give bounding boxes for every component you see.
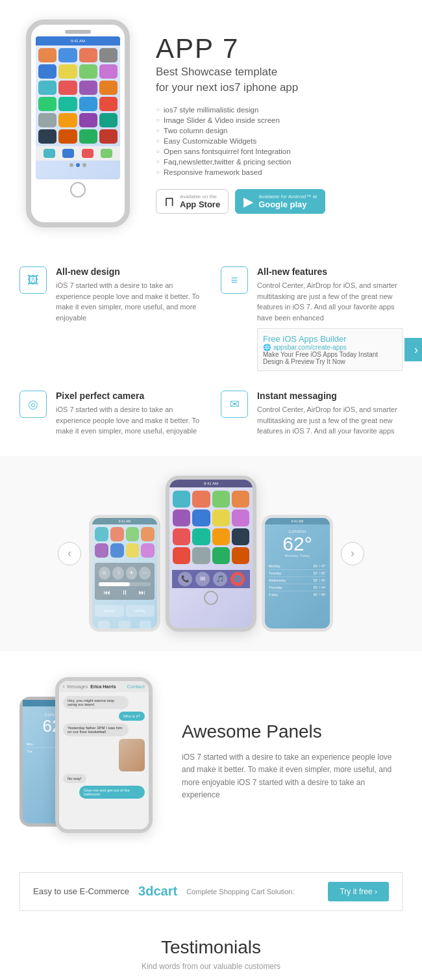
design-description: iOS 7 started with a desire to take an e…: [56, 280, 201, 323]
features-title: All-new features: [257, 266, 403, 277]
testimonials-subtitle: Kind words from our valuable customers: [19, 962, 403, 971]
design-text: All-new design iOS 7 started with a desi…: [56, 266, 201, 323]
feature-list: ios7 style millimalistic design Image Sl…: [156, 105, 409, 177]
googleplay-badge[interactable]: ▶ Available for Android™ at Google play: [235, 189, 325, 214]
messaging-text: Instant messaging Control Center, AirDro…: [257, 391, 403, 437]
phone-home-button: [70, 182, 86, 198]
messaging-description: Control Center, AirDrop for iOS, and sma…: [257, 404, 403, 437]
design-title: All-new design: [56, 266, 201, 277]
appstore-text: Available on the App Store: [180, 194, 220, 209]
ad-banner-logo: 3dcart: [138, 884, 177, 899]
carousel-phones: 9:41 AM ⊙ ☽ ✈ ⋯: [89, 476, 333, 632]
image-icon: 🖼: [27, 274, 39, 287]
store-badges: ⊓ Available on the App Store ▶ Available…: [156, 189, 409, 214]
ad-description: Make Your Free iOS Apps Today Instant De…: [263, 351, 397, 365]
design-icon-box: 🖼: [19, 266, 47, 294]
ad-banner-left: Easy to use E-Commerce 3dcart Complete S…: [33, 884, 294, 899]
camera-title: Pixel perfect camera: [56, 391, 201, 401]
feature-item-6: Faq,newsletter,twitter & pricing section: [156, 157, 409, 167]
feature-design: 🖼 All-new design iOS 7 started with a de…: [19, 266, 201, 371]
ad-banner: Easy to use E-Commerce 3dcart Complete S…: [19, 872, 403, 911]
carousel-phone-main: 9:41 AM: [166, 476, 256, 632]
messaging-title: Instant messaging: [257, 391, 403, 401]
carousel-wrapper: ‹ 9:41 AM ⊙ ☽: [6, 476, 416, 632]
messaging-icon-box: ✉: [221, 391, 248, 418]
message-header: ‹ Messages Erica Harris Contact: [59, 681, 149, 692]
message-photo: [119, 739, 145, 771]
logo-accent: cart: [153, 884, 177, 898]
contact-icon: Contact: [127, 684, 145, 690]
ad-banner-tagline: Easy to use E-Commerce: [33, 886, 129, 896]
logo-prefix: 3d: [138, 884, 153, 898]
awesome-phone-front: ‹ Messages Erica Harris Contact Hey, you…: [55, 677, 153, 833]
phone-speaker: [65, 30, 91, 34]
google-icon: ▶: [243, 194, 253, 209]
features-grid: 🖼 All-new design iOS 7 started with a de…: [19, 266, 403, 437]
camera-icon-box: ◎: [19, 391, 47, 418]
camera-text: Pixel perfect camera iOS 7 started with …: [56, 391, 201, 437]
hero-section: 9:41 AM: [0, 0, 422, 247]
googleplay-text: Available for Android™ at Google play: [258, 194, 317, 209]
message-received-3: No way!: [63, 774, 86, 783]
features-text: All-new features Control Center, AirDrop…: [257, 266, 403, 371]
phone-mockup: 9:41 AM: [26, 19, 130, 227]
hero-phone: 9:41 AM: [13, 19, 143, 227]
googleplay-sublabel: Available for Android™ at: [258, 194, 317, 200]
appstore-sublabel: Available on the: [180, 194, 220, 200]
carousel-phone-right: 9:41 AM London 62° Monday Today Monday 6…: [262, 515, 333, 632]
globe-icon: 🌐: [263, 344, 271, 351]
features-section: 🖼 All-new design iOS 7 started with a de…: [0, 247, 422, 456]
carousel-phone-left: 9:41 AM ⊙ ☽ ✈ ⋯: [89, 515, 160, 632]
googleplay-label: Google play: [258, 200, 306, 209]
hero-subtitle: Best Showcase templatefor your next ios7…: [156, 64, 409, 96]
features-icon-box: ≡: [221, 266, 248, 294]
message-icon: ✉: [230, 397, 240, 411]
carousel-section: ‹ 9:41 AM ⊙ ☽: [0, 456, 422, 651]
hero-content: APP 7 Best Showcase templatefor your nex…: [143, 33, 409, 214]
feature-item-7: Responsive framework based: [156, 167, 409, 177]
message-received-1: Hey, you might wanna stop using our team…: [63, 696, 129, 709]
feature-camera: ◎ Pixel perfect camera iOS 7 started wit…: [19, 391, 201, 437]
feature-messaging: ✉ Instant messaging Control Center, AirD…: [221, 391, 403, 437]
feature-item-5: Open sans fontsquirrel font Integration: [156, 146, 409, 157]
ad-title[interactable]: Free iOS Apps Builder: [263, 334, 397, 344]
hero-title: APP 7: [156, 33, 409, 64]
testimonials-title: Testimonials: [19, 937, 403, 958]
feature-item-3: Two column design: [156, 125, 409, 136]
awesome-phone-screen: ‹ Messages Erica Harris Contact Hey, you…: [59, 681, 149, 829]
feature-item-4: Easy Customizable Widgets: [156, 136, 409, 146]
phone-screen: 9:41 AM: [36, 36, 120, 179]
camera-icon: ◎: [28, 397, 38, 411]
ad-banner-cta-button[interactable]: Try it free ›: [328, 882, 389, 901]
carousel-prev-button[interactable]: ‹: [58, 542, 81, 565]
ad-url-text: appsbar.com/create-apps: [273, 344, 347, 351]
ad-url: 🌐 appsbar.com/create-apps: [263, 344, 397, 351]
appstore-label: App Store: [180, 200, 220, 209]
back-arrow-icon: ‹: [63, 684, 64, 689]
list-icon: ≡: [231, 274, 238, 287]
apple-icon: ⊓: [164, 194, 175, 209]
ad-banner-description: Complete Shopping Cart Solution:: [186, 888, 294, 896]
camera-description: iOS 7 started with a desire to take an e…: [56, 404, 201, 437]
feature-features: ≡ All-new features Control Center, AirDr…: [221, 266, 403, 371]
message-sent-1: Who is it?: [119, 712, 145, 721]
features-description: Control Center, AirDrop for iOS, and sma…: [257, 280, 403, 323]
message-body: Hey, you might wanna stop using our team…: [59, 692, 149, 803]
appstore-badge[interactable]: ⊓ Available on the App Store: [156, 189, 229, 214]
message-sent-2: Give me and get out of the bathroom: [79, 786, 145, 799]
awesome-description: iOS 7 started with a desire to take an e…: [182, 751, 403, 801]
awesome-title: Awesome Panels: [182, 721, 403, 742]
carousel-next-button[interactable]: ›: [341, 542, 364, 565]
awesome-content: Awesome Panels iOS 7 started with a desi…: [182, 721, 403, 801]
awesome-section: Londo 62 Mon 60° Tue 62° ‹ Messages: [0, 651, 422, 872]
ad-cta-button[interactable]: ›: [404, 338, 422, 361]
awesome-phones: Londo 62 Mon 60° Tue 62° ‹ Messages: [19, 677, 162, 846]
testimonials-section: Testimonials Kind words from our valuabl…: [0, 911, 422, 981]
feature-item-2: Image Slider & Video inside screen: [156, 115, 409, 125]
ad-block: Free iOS Apps Builder 🌐 appsbar.com/crea…: [257, 328, 403, 371]
message-received-2: Yesterday father 3PM I saw him on our fl…: [63, 723, 129, 736]
feature-item-1: ios7 style millimalistic design: [156, 105, 409, 115]
